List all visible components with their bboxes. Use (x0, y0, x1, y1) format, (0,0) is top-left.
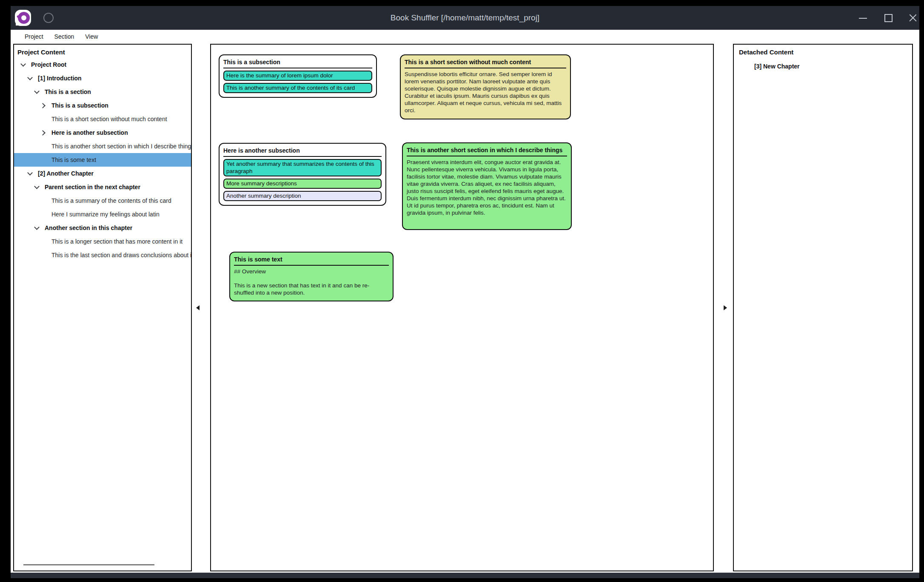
maximize-button[interactable] (882, 12, 894, 24)
chevron-placeholder (40, 116, 47, 122)
minimize-button[interactable] (857, 12, 869, 24)
summary-chip[interactable]: More summary descriptions (223, 179, 382, 189)
window-bottom-edge (11, 573, 919, 578)
chevron-down-icon[interactable] (34, 88, 40, 95)
menu-section[interactable]: Section (49, 30, 80, 44)
project-content-header: Project Content (14, 45, 191, 57)
chevron-placeholder (40, 211, 47, 218)
collapse-left-panel-icon[interactable] (196, 305, 200, 310)
card-title: This is a short section without much con… (405, 58, 566, 66)
chevron-down-icon[interactable] (20, 61, 27, 68)
card-divider (407, 156, 567, 156)
tree-item-parent-section[interactable]: Parent section in the next chapter (14, 180, 191, 194)
card-body-text: Praesent viverra interdum elit, congue a… (407, 159, 567, 216)
tree-item-short-section[interactable]: This is a short section without much con… (14, 112, 191, 126)
tree-item-summary-card[interactable]: This is a summary of the contents of thi… (14, 194, 191, 207)
card-title: This is some text (234, 256, 389, 264)
card-title: This is another short section in which I… (407, 146, 567, 154)
tree-item-longer-section[interactable]: This is a longer section that has more c… (14, 235, 191, 248)
card-body-text: ## Overview This is a new section that h… (234, 268, 389, 296)
chevron-down-icon[interactable] (27, 170, 34, 177)
section-card[interactable]: This is a short section without much con… (400, 54, 571, 119)
collapse-right-panel-icon[interactable] (724, 305, 727, 310)
central-area: Project Content Project Root [1] Introdu… (11, 44, 919, 573)
card-title: Here is another subsection (223, 147, 382, 155)
card-divider (223, 156, 382, 157)
chevron-placeholder (40, 143, 47, 150)
summary-chip[interactable]: Yet another summary that summarizes the … (223, 159, 382, 176)
tree-item-introduction[interactable]: [1] Introduction (14, 71, 191, 85)
tree-item-another-subsection[interactable]: Here is another subsection (14, 126, 191, 139)
tree-item-last-section[interactable]: This is the last section and draws concl… (14, 248, 191, 262)
chevron-right-icon[interactable] (40, 129, 47, 136)
card-body-text: Suspendisse lobortis efficitur ornare. S… (405, 71, 566, 114)
chevron-down-icon[interactable] (27, 75, 34, 82)
card-body-line: This is a new section that has text in i… (234, 282, 389, 296)
card-divider (223, 68, 372, 68)
card-canvas-panel: This is a subsection Here is the summary… (210, 44, 714, 571)
tree-item-subsection[interactable]: This is a subsection (14, 99, 191, 112)
menu-view[interactable]: View (80, 30, 103, 44)
tree-item-another-section[interactable]: Another section in this chapter (14, 221, 191, 235)
chevron-placeholder (40, 197, 47, 204)
chevron-down-icon[interactable] (34, 184, 40, 190)
menu-bar: Project Section View (11, 30, 919, 44)
tree-item-project-root[interactable]: Project Root (14, 58, 191, 71)
summary-chip[interactable]: Another summary description (223, 191, 382, 201)
section-card[interactable]: This is another short section in which I… (402, 142, 572, 230)
chevron-placeholder (40, 156, 47, 163)
section-card[interactable]: Here is another subsection Yet another s… (219, 143, 386, 206)
titlebar: Book Shuffler [/home/matt/temp/test_proj… (11, 6, 919, 30)
summary-chip[interactable]: This is another summary of the contents … (223, 83, 372, 93)
card-divider (405, 68, 566, 68)
chevron-down-icon[interactable] (34, 224, 40, 231)
section-card[interactable]: This is a subsection Here is the summary… (219, 54, 377, 98)
detached-item-new-chapter[interactable]: [3] New Chapter (734, 61, 912, 71)
window-title: Book Shuffler [/home/matt/temp/test_proj… (391, 6, 539, 30)
status-circle-icon (43, 13, 54, 23)
tree-item-feelings-latin[interactable]: Here I summarize my feelings about latin (14, 207, 191, 221)
tree-item-section[interactable]: This is a section (14, 85, 191, 99)
card-divider (234, 265, 389, 266)
menu-project[interactable]: Project (19, 30, 49, 44)
project-tree: Project Root [1] Introduction This is a … (14, 58, 191, 262)
tree-item-another-chapter[interactable]: [2] Another Chapter (14, 167, 191, 180)
tree-item-another-short-section[interactable]: This is another short section in which I… (14, 139, 191, 153)
detached-content-panel: Detached Content [3] New Chapter (733, 44, 913, 571)
card-title: This is a subsection (223, 58, 372, 66)
app-logo-icon (14, 9, 31, 26)
chevron-placeholder (40, 252, 47, 258)
card-body-line: ## Overview (234, 268, 389, 275)
summary-chip[interactable]: Here is the summary of lorem ipsum dolor (223, 71, 372, 81)
section-card[interactable]: This is some text ## Overview This is a … (229, 252, 394, 301)
tree-item-some-text-selected[interactable]: This is some text (14, 153, 191, 167)
horizontal-scrollbar-thumb[interactable] (23, 564, 154, 565)
detached-content-header: Detached Content (734, 45, 912, 57)
chevron-placeholder (40, 238, 47, 245)
app-window: Book Shuffler [/home/matt/temp/test_proj… (11, 6, 919, 578)
close-button[interactable] (907, 12, 919, 24)
project-content-panel: Project Content Project Root [1] Introdu… (13, 44, 192, 571)
chevron-right-icon[interactable] (40, 102, 47, 109)
